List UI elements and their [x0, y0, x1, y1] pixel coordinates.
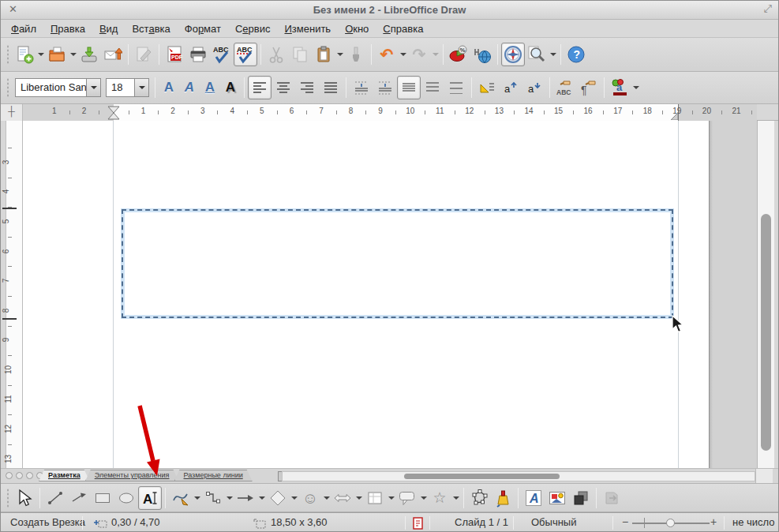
paste-button[interactable]: [312, 43, 335, 66]
canvas[interactable]: [23, 121, 757, 468]
zoom-slider-thumb[interactable]: [666, 519, 675, 527]
line-tool-button[interactable]: [43, 486, 67, 510]
layer-tab-Размерные линии[interactable]: Размерные линии: [174, 470, 253, 481]
align-justify-button[interactable]: [319, 76, 343, 99]
paragraph-dialog-ruler-button[interactable]: [475, 76, 499, 99]
new-drawing-button[interactable]: [13, 43, 36, 66]
menu-item-Вставка[interactable]: Вставка: [125, 21, 177, 37]
undo-button[interactable]: ↶: [375, 43, 399, 66]
flowchart-tool-button[interactable]: [363, 486, 387, 510]
align-left-button[interactable]: [248, 76, 272, 99]
menu-item-Файл[interactable]: Файл: [4, 21, 43, 37]
layer-tab-Элементы управления[interactable]: Элементы управления: [85, 470, 179, 481]
character-dialog-button[interactable]: ABC: [553, 76, 577, 99]
connector-tool-button[interactable]: [201, 486, 225, 510]
lines-arrows-dropdown[interactable]: [257, 488, 266, 508]
connector-dropdown[interactable]: [225, 488, 234, 508]
toolbar-handle[interactable]: [5, 77, 10, 98]
shrink-font-button[interactable]: a: [522, 76, 546, 99]
paste-dropdown[interactable]: [335, 44, 344, 65]
tab-stop-corner[interactable]: ┼: [1, 104, 23, 121]
open-button[interactable]: [45, 43, 69, 66]
menu-item-Окно[interactable]: Окно: [338, 21, 376, 37]
horizontal-scrollbar-thumb[interactable]: [404, 474, 560, 479]
menu-item-Правка[interactable]: Правка: [43, 21, 92, 37]
underline-button[interactable]: A: [200, 77, 220, 98]
font-name-value[interactable]: Liberation Sans: [15, 78, 86, 97]
curve-dropdown[interactable]: [193, 488, 201, 508]
align-right-button[interactable]: [295, 76, 319, 99]
font-size-combo[interactable]: 18: [106, 78, 149, 97]
menu-item-Сервис[interactable]: Сервис: [228, 21, 278, 37]
crop-image-button[interactable]: [600, 486, 624, 510]
zoom-in-button[interactable]: +: [710, 515, 717, 528]
basic-shapes-tool-button[interactable]: [266, 486, 290, 510]
line-spacing-15-button[interactable]: [421, 76, 444, 99]
undo-dropdown[interactable]: [399, 44, 407, 65]
tab-nav-next-icon[interactable]: [26, 472, 33, 479]
tab-nav-first-icon[interactable]: [6, 472, 13, 479]
basic-shapes-dropdown[interactable]: [290, 488, 298, 508]
zoom-button[interactable]: [525, 43, 549, 66]
glue-points-button[interactable]: [491, 486, 515, 510]
view-mode-indicator[interactable]: Обычный: [531, 516, 576, 528]
edit-points-button[interactable]: [467, 486, 491, 510]
rectangle-tool-button[interactable]: [91, 486, 114, 510]
auto-spellcheck-button[interactable]: ABC: [234, 43, 257, 66]
align-center-button[interactable]: [272, 76, 295, 99]
lines-arrows-tool-button[interactable]: [234, 486, 257, 510]
vertical-scrollbar[interactable]: [757, 121, 774, 468]
paragraph-dialog-button[interactable]: ¶: [577, 76, 601, 99]
print-button[interactable]: [186, 43, 210, 66]
tab-nav-prev-icon[interactable]: [16, 472, 23, 479]
stars-tool-button[interactable]: ☆: [428, 486, 451, 510]
decrease-paragraph-spacing-button[interactable]: [373, 76, 397, 99]
zoom-level-value[interactable]: не число: [732, 516, 775, 528]
toggle-extrusion-button[interactable]: [569, 486, 593, 510]
menu-item-Изменить[interactable]: Изменить: [277, 21, 338, 37]
new-drawing-dropdown[interactable]: [36, 44, 45, 65]
toolbar-handle[interactable]: [5, 44, 10, 65]
menu-item-Справка[interactable]: Справка: [376, 21, 430, 37]
redo-dropdown[interactable]: [431, 44, 440, 65]
horizontal-ruler[interactable]: 21123456789101112131415161718192021: [23, 104, 757, 121]
curve-tool-button[interactable]: [169, 486, 193, 510]
font-name-dropdown-icon[interactable]: [86, 78, 101, 97]
line-arrow-tool-button[interactable]: [67, 486, 91, 510]
ellipse-tool-button[interactable]: [114, 486, 138, 510]
shadow-button[interactable]: A: [220, 77, 241, 98]
email-button[interactable]: [101, 43, 125, 66]
toolbar-handle[interactable]: [5, 488, 10, 508]
stars-dropdown[interactable]: [451, 488, 460, 508]
hyperlink-button[interactable]: [470, 43, 494, 66]
cut-button[interactable]: [264, 43, 288, 66]
font-color-dropdown[interactable]: [631, 77, 640, 98]
font-size-dropdown-icon[interactable]: [134, 78, 149, 97]
navigator-button[interactable]: [501, 43, 525, 66]
spellcheck-button[interactable]: ABC: [210, 43, 234, 66]
fontwork-button[interactable]: A: [522, 486, 545, 510]
text-frame-selection[interactable]: [121, 208, 674, 319]
symbol-shapes-tool-button[interactable]: ☺: [298, 486, 322, 510]
font-name-combo[interactable]: Liberation Sans: [15, 78, 101, 97]
help-button[interactable]: ?: [564, 43, 588, 66]
callouts-dropdown[interactable]: [419, 488, 428, 508]
menu-item-Формат[interactable]: Формат: [178, 21, 228, 37]
block-arrows-tool-button[interactable]: [331, 486, 354, 510]
symbol-shapes-dropdown[interactable]: [322, 488, 331, 508]
font-size-value[interactable]: 18: [106, 78, 134, 97]
line-spacing-2-button[interactable]: [444, 76, 468, 99]
vertical-ruler[interactable]: 345678910111213: [1, 121, 23, 468]
tab-nav-buttons[interactable]: [6, 472, 43, 479]
maximize-icon[interactable]: ⤢: [764, 2, 772, 15]
redo-button[interactable]: ↷: [407, 43, 431, 66]
insert-image-button[interactable]: [545, 486, 569, 510]
bold-button[interactable]: A: [159, 77, 179, 98]
text-tool-button[interactable]: A: [138, 486, 162, 510]
insert-chart-button[interactable]: %: [447, 43, 470, 66]
clone-formatting-button[interactable]: [344, 43, 368, 66]
horizontal-scrollbar[interactable]: [282, 471, 755, 481]
copy-button[interactable]: [288, 43, 312, 66]
zoom-dropdown[interactable]: [549, 44, 557, 65]
increase-paragraph-spacing-button[interactable]: [350, 76, 373, 99]
